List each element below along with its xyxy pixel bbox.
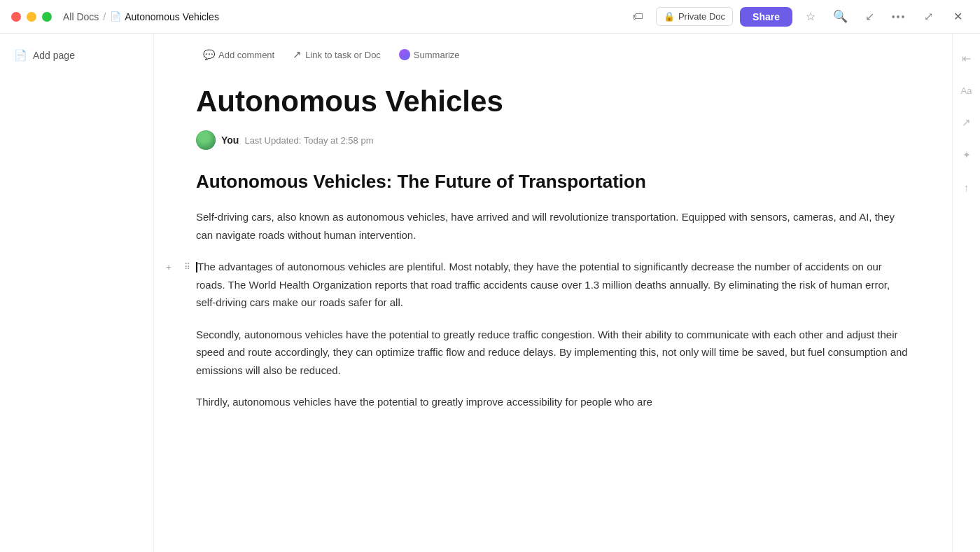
settings-right-button[interactable]: ✦: [956, 144, 977, 165]
share-right-icon: ↗: [962, 116, 971, 129]
lock-icon: 🔒: [664, 11, 675, 22]
paragraph-3: Secondly, autonomous vehicles have the p…: [196, 326, 910, 380]
more-icon: •••: [892, 11, 906, 22]
add-page-icon: 📄: [14, 49, 27, 62]
breadcrumb-separator: /: [103, 11, 106, 22]
breadcrumb: All Docs / 📄 Autonomous Vehicles: [63, 11, 626, 22]
font-size-button[interactable]: Aa: [956, 80, 977, 101]
export-icon: ↙: [865, 10, 874, 23]
author-info: You Last Updated: Today at 2:58 pm: [196, 130, 910, 150]
share-button[interactable]: Share: [740, 7, 792, 27]
close-icon: ✕: [953, 10, 962, 23]
close-window-button[interactable]: ✕: [946, 6, 969, 28]
link-task-label: Link to task or Doc: [305, 50, 381, 60]
collapse-right-button[interactable]: ⇤: [956, 48, 977, 69]
avatar: [196, 130, 216, 150]
author-name: You: [221, 134, 239, 146]
add-comment-button[interactable]: 💬 Add comment: [196, 46, 281, 64]
right-sidebar: ⇤ Aa ↗ ✦ ↑: [952, 34, 980, 552]
comment-icon: 💬: [203, 49, 215, 60]
avatar-image: [196, 130, 216, 150]
paragraph-1: Self-driving cars, also known as autonom…: [196, 208, 910, 244]
summarize-icon: [399, 49, 410, 60]
private-doc-label: Private Doc: [678, 11, 725, 22]
search-button[interactable]: 🔍: [829, 6, 851, 28]
breadcrumb-doc-title: Autonomous Vehicles: [125, 11, 219, 22]
upload-right-button[interactable]: ↑: [956, 177, 977, 198]
add-page-label: Add page: [33, 50, 75, 61]
block-controls: + ⠿: [161, 259, 195, 275]
breadcrumb-current-doc: 📄 Autonomous Vehicles: [110, 11, 219, 22]
search-icon: 🔍: [833, 9, 848, 24]
star-icon: ☆: [806, 10, 816, 23]
summarize-label: Summarize: [414, 50, 460, 60]
drag-icon: ⠿: [184, 262, 190, 272]
close-button[interactable]: [11, 12, 21, 22]
content-area: 💬 Add comment ↗ Link to task or Doc Summ…: [154, 34, 952, 552]
titlebar-actions: 🏷 🔒 Private Doc Share ☆ 🔍 ↙ ••• ⤢ ✕: [626, 6, 969, 28]
doc-icon: 📄: [110, 11, 121, 22]
tag-button[interactable]: 🏷: [626, 6, 649, 28]
fullscreen-button[interactable]: ⤢: [917, 6, 939, 28]
titlebar: All Docs / 📄 Autonomous Vehicles 🏷 🔒 Pri…: [0, 0, 980, 34]
doc-heading: Autonomous Vehicles: The Future of Trans…: [196, 170, 910, 194]
export-button[interactable]: ↙: [858, 6, 881, 28]
settings-icon: ✦: [962, 149, 971, 160]
paragraph-2-text: The advantages of autonomous vehicles ar…: [196, 261, 890, 308]
fullscreen-icon: ⤢: [924, 10, 933, 23]
left-sidebar: 📄 Add page: [0, 34, 154, 552]
link-icon: ↗: [293, 48, 302, 61]
star-button[interactable]: ☆: [799, 6, 822, 28]
window-controls: [11, 12, 52, 22]
breadcrumb-all-docs[interactable]: All Docs: [63, 11, 99, 22]
private-doc-button[interactable]: 🔒 Private Doc: [656, 7, 733, 26]
breadcrumb-all-docs-label: All Docs: [63, 11, 99, 22]
maximize-button[interactable]: [42, 12, 52, 22]
paragraph-2: The advantages of autonomous vehicles ar…: [196, 258, 910, 312]
last-updated: Last Updated: Today at 2:58 pm: [244, 135, 373, 146]
plus-icon: +: [166, 262, 172, 272]
minimize-button[interactable]: [27, 12, 36, 22]
collapse-icon: ⇤: [962, 52, 971, 65]
main-layout: 📄 Add page 💬 Add comment ↗ Link to task …: [0, 34, 980, 552]
share-right-button[interactable]: ↗: [956, 112, 977, 133]
add-comment-label: Add comment: [218, 50, 274, 60]
tag-icon: 🏷: [632, 11, 643, 23]
drag-block-button[interactable]: ⠿: [179, 259, 195, 275]
paragraph-2-content: The advantages of autonomous vehicles ar…: [196, 261, 890, 308]
paragraph-2-container: + ⠿ The advantages of autonomous vehicle…: [196, 258, 910, 312]
font-icon: Aa: [961, 85, 972, 96]
link-task-button[interactable]: ↗ Link to task or Doc: [286, 45, 388, 64]
doc-title: Autonomous Vehicles: [196, 84, 910, 119]
add-page-button[interactable]: 📄 Add page: [8, 45, 145, 66]
doc-toolbar: 💬 Add comment ↗ Link to task or Doc Summ…: [196, 34, 910, 73]
paragraph-4: Thirdly, autonomous vehicles have the po…: [196, 393, 910, 411]
add-block-button[interactable]: +: [161, 259, 176, 275]
more-button[interactable]: •••: [888, 6, 910, 28]
upload-icon: ↑: [964, 181, 969, 193]
summarize-button[interactable]: Summarize: [392, 46, 467, 64]
